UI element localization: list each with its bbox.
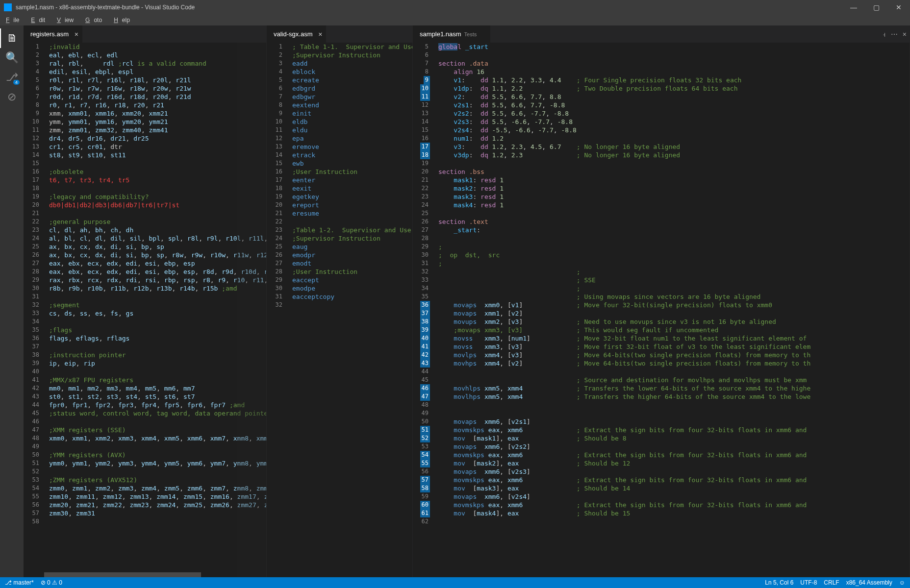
tab-sublabel: Tests [464, 31, 477, 37]
split-editor-icon[interactable]: ⫞ [883, 30, 886, 38]
close-button[interactable]: ✕ [887, 0, 910, 15]
minimap[interactable] [237, 43, 266, 577]
menu-goto[interactable]: Goto [81, 16, 110, 24]
tab-label: registers.asm [30, 30, 69, 38]
code-editor[interactable]: ; Table 1-1. Supervisor and User Mode En… [267, 43, 412, 577]
status-eol[interactable]: CRLF [824, 579, 839, 586]
minimize-button[interactable]: — [842, 0, 865, 15]
status-branch[interactable]: ⎇ master* [5, 579, 34, 586]
menu-view[interactable]: View [53, 16, 81, 24]
tab-close-icon[interactable]: × [903, 30, 907, 38]
activity-search-icon[interactable]: 🔍 [0, 48, 24, 68]
activity-git-icon[interactable]: ⎇4 [0, 68, 24, 87]
status-encoding[interactable]: UTF-8 [800, 579, 817, 586]
tab-valid-sgx-asm[interactable]: valid-sgx.asm × [267, 25, 326, 43]
editor-group-1: valid-sgx.asm × 1 2 3 4 5 6 7 8 9 10 11 … [267, 25, 413, 577]
status-language[interactable]: x86_64 Assembly [846, 579, 892, 586]
menu-file[interactable]: File [2, 16, 27, 24]
menu-bar: File Edit View Goto Help [0, 15, 910, 25]
maximize-button[interactable]: ▢ [865, 0, 887, 15]
tab-bar: sample1.nasm Tests ⫞ ⋯ × [413, 25, 910, 43]
status-cursor[interactable]: Ln 5, Col 6 [765, 579, 793, 586]
tab-label: valid-sgx.asm [274, 30, 312, 38]
menu-help[interactable]: Help [110, 16, 138, 24]
activity-debug-icon[interactable]: ⊘ [0, 87, 24, 107]
tab-bar: valid-sgx.asm × [267, 25, 412, 43]
status-bar: ⎇ master* ⊘ 0 ⚠ 0 Ln 5, Col 6 UTF-8 CRLF… [0, 577, 910, 588]
tab-close-icon[interactable]: × [75, 30, 78, 38]
vscode-logo-icon [4, 3, 12, 11]
editor-group-0: registers.asm × 1 2 3 4 5 6 7 8 9 10 11 … [24, 25, 267, 577]
tab-registers-asm[interactable]: registers.asm × [24, 25, 82, 43]
code-editor[interactable]: global _start section .data align 16 v1:… [413, 43, 910, 577]
horizontal-scrollbar[interactable] [44, 572, 237, 577]
tab-bar: registers.asm × [24, 25, 266, 43]
status-problems[interactable]: ⊘ 0 ⚠ 0 [41, 579, 62, 586]
title-bar: sample1.nasm - x86-assembly-textmate-bun… [0, 0, 910, 15]
activity-explorer-icon[interactable]: 🗎 [0, 28, 24, 48]
tab-close-icon[interactable]: × [318, 30, 322, 38]
tab-label: sample1.nasm [420, 30, 461, 38]
status-feedback-icon[interactable]: ☺ [899, 579, 905, 586]
more-actions-icon[interactable]: ⋯ [891, 30, 898, 38]
tab-sample1-nasm[interactable]: sample1.nasm Tests [413, 25, 490, 43]
activity-bar: 🗎 🔍 ⎇4 ⊘ [0, 25, 24, 577]
editor-area: registers.asm × 1 2 3 4 5 6 7 8 9 10 11 … [24, 25, 910, 577]
window-title: sample1.nasm - x86-assembly-textmate-bun… [16, 4, 842, 11]
code-editor[interactable]: ;invalid eal, ebl, ecl, edl ral, rbl, rd… [24, 43, 266, 577]
git-changes-badge: 4 [13, 80, 20, 85]
menu-edit[interactable]: Edit [27, 16, 53, 24]
editor-group-2: sample1.nasm Tests ⫞ ⋯ × 5 6 7 8 9 10 11… [413, 25, 910, 577]
